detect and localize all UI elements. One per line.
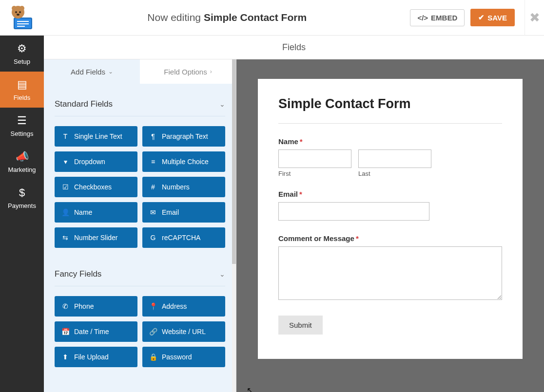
envelope-icon: ✉ bbox=[149, 208, 157, 216]
scrollbar-thumb[interactable] bbox=[232, 59, 236, 264]
field-multiple-choice[interactable]: ≡Multiple Choice bbox=[142, 151, 225, 172]
nav-settings[interactable]: ☰ Settings bbox=[0, 108, 44, 144]
required-star-icon: * bbox=[300, 137, 303, 146]
fancy-field-grid: ✆Phone 📍Address 📅Date / Time 🔗Website / … bbox=[55, 296, 225, 367]
code-icon: </> bbox=[417, 14, 428, 22]
nav-setup[interactable]: ⚙ Setup bbox=[0, 36, 44, 72]
field-paragraph-text[interactable]: ¶Paragraph Text bbox=[142, 126, 225, 147]
nav-label: Payments bbox=[8, 202, 36, 209]
field-label: Date / Time bbox=[74, 328, 109, 336]
person-icon: 👤 bbox=[61, 208, 69, 216]
comment-label: Comment or Message* bbox=[278, 234, 502, 243]
main-area: Add Fields ⌄ Field Options › Standard Fi… bbox=[44, 59, 544, 392]
chevron-down-icon: ⌄ bbox=[219, 270, 225, 278]
field-date-time[interactable]: 📅Date / Time bbox=[55, 321, 137, 342]
chevron-right-icon: › bbox=[210, 68, 212, 75]
field-email[interactable]: ✉Email bbox=[142, 202, 225, 223]
editing-prefix: Now editing bbox=[147, 12, 204, 23]
field-file-upload[interactable]: ⬆File Upload bbox=[55, 347, 137, 367]
field-label: Checkboxes bbox=[74, 183, 112, 191]
text-icon: T bbox=[61, 132, 69, 140]
field-label: Name bbox=[74, 208, 92, 216]
field-phone[interactable]: ✆Phone bbox=[55, 296, 137, 317]
tab-field-options[interactable]: Field Options › bbox=[140, 59, 236, 84]
submit-label: Submit bbox=[289, 321, 312, 329]
svg-point-5 bbox=[12, 6, 17, 11]
gear-icon: ⚙ bbox=[17, 42, 27, 55]
divider bbox=[278, 123, 502, 124]
comment-textarea[interactable] bbox=[278, 246, 502, 300]
last-name-column: Last bbox=[358, 149, 431, 177]
name-row: First Last bbox=[278, 149, 502, 177]
form-name: Simple Contact Form bbox=[204, 12, 307, 23]
form-icon: ▤ bbox=[17, 78, 27, 91]
section-title: Fancy Fields bbox=[55, 269, 101, 279]
required-star-icon: * bbox=[356, 234, 359, 243]
standard-field-grid: TSingle Line Text ¶Paragraph Text ▾Dropd… bbox=[55, 126, 225, 248]
field-checkboxes[interactable]: ☑Checkboxes bbox=[55, 177, 137, 197]
pin-icon: 📍 bbox=[149, 302, 157, 310]
page-title: Now editing Simple Contact Form bbox=[44, 12, 410, 23]
field-password[interactable]: 🔒Password bbox=[142, 347, 225, 367]
form-card[interactable]: Simple Contact Form Name* First Last Ema… bbox=[258, 79, 523, 359]
nav-label: Marketing bbox=[8, 166, 36, 173]
top-bar: Now editing Simple Contact Form </> EMBE… bbox=[0, 0, 544, 36]
label-text: Email bbox=[278, 190, 298, 198]
field-label: Single Line Text bbox=[74, 132, 122, 140]
panel-tabs: Add Fields ⌄ Field Options › bbox=[44, 59, 236, 84]
tab-add-fields[interactable]: Add Fields ⌄ bbox=[44, 59, 140, 84]
field-label: Email bbox=[162, 208, 179, 216]
nav-fields[interactable]: ▤ Fields bbox=[0, 72, 44, 108]
nav-payments[interactable]: $ Payments bbox=[0, 180, 44, 216]
field-website-url[interactable]: 🔗Website / URL bbox=[142, 321, 225, 342]
save-button[interactable]: ✔ SAVE bbox=[470, 9, 515, 26]
field-recaptcha[interactable]: GreCAPTCHA bbox=[142, 227, 225, 248]
dropdown-icon: ▾ bbox=[61, 158, 69, 166]
last-name-input[interactable] bbox=[358, 149, 431, 168]
field-address[interactable]: 📍Address bbox=[142, 296, 225, 317]
calendar-icon: 📅 bbox=[61, 328, 69, 336]
field-single-line-text[interactable]: TSingle Line Text bbox=[55, 126, 137, 147]
fields-panel: Add Fields ⌄ Field Options › Standard Fi… bbox=[44, 59, 236, 392]
svg-point-8 bbox=[19, 11, 21, 13]
field-label: reCAPTCHA bbox=[162, 234, 200, 242]
save-label: SAVE bbox=[487, 14, 507, 22]
name-label: Name* bbox=[278, 137, 502, 146]
svg-point-9 bbox=[17, 14, 19, 16]
section-standard-fields[interactable]: Standard Fields ⌄ bbox=[55, 93, 225, 116]
sliders-icon: ☰ bbox=[17, 114, 27, 127]
recaptcha-icon: G bbox=[149, 234, 157, 242]
panel-body: Standard Fields ⌄ TSingle Line Text ¶Par… bbox=[44, 84, 236, 392]
email-label: Email* bbox=[278, 190, 502, 198]
svg-point-7 bbox=[15, 11, 17, 13]
embed-button[interactable]: </> EMBED bbox=[410, 9, 465, 26]
paragraph-icon: ¶ bbox=[149, 132, 157, 140]
close-button[interactable]: ✖ bbox=[525, 0, 544, 36]
submit-button[interactable]: Submit bbox=[278, 316, 323, 335]
lock-icon: 🔒 bbox=[149, 353, 157, 361]
app-logo bbox=[0, 0, 44, 36]
first-name-input[interactable] bbox=[278, 149, 351, 168]
field-numbers[interactable]: #Numbers bbox=[142, 177, 225, 197]
label-text: Name bbox=[278, 137, 298, 146]
form-preview-area: Simple Contact Form Name* First Last Ema… bbox=[236, 59, 544, 392]
bullhorn-icon: 📣 bbox=[16, 150, 29, 163]
link-icon: 🔗 bbox=[149, 328, 157, 336]
tab-label: Field Options bbox=[164, 68, 207, 76]
required-star-icon: * bbox=[299, 190, 302, 198]
field-label: Dropdown bbox=[74, 158, 105, 166]
field-label: Paragraph Text bbox=[162, 132, 208, 140]
field-label: Number Slider bbox=[74, 234, 117, 242]
nav-marketing[interactable]: 📣 Marketing bbox=[0, 144, 44, 180]
field-label: Website / URL bbox=[162, 328, 206, 336]
field-dropdown[interactable]: ▾Dropdown bbox=[55, 151, 137, 172]
field-name[interactable]: 👤Name bbox=[55, 202, 137, 223]
list-icon: ≡ bbox=[149, 158, 157, 166]
section-fancy-fields[interactable]: Fancy Fields ⌄ bbox=[55, 262, 225, 286]
embed-label: EMBED bbox=[431, 14, 457, 22]
field-number-slider[interactable]: ⇆Number Slider bbox=[55, 227, 137, 248]
first-sublabel: First bbox=[278, 170, 351, 177]
check-icon: ✔ bbox=[478, 13, 485, 22]
email-input[interactable] bbox=[278, 202, 429, 221]
upload-icon: ⬆ bbox=[61, 353, 69, 361]
